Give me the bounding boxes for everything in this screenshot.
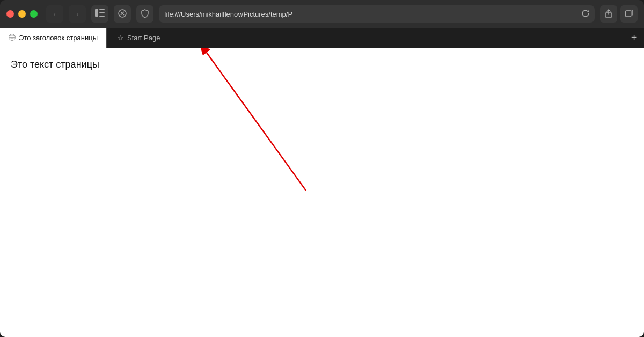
new-tab-button[interactable]: +	[624, 28, 644, 48]
reload-button[interactable]	[582, 10, 589, 19]
sidebar-toggle-button[interactable]	[91, 5, 108, 23]
tab-icon	[9, 34, 16, 42]
shield-icon	[141, 9, 149, 19]
svg-rect-3	[99, 16, 105, 17]
svg-rect-2	[99, 12, 105, 13]
page-body-text: Это текст страницы	[11, 59, 633, 70]
svg-rect-6	[625, 11, 631, 17]
reload-stop-button[interactable]	[114, 5, 131, 23]
address-text: file:///Users/mikhailflenov/Pictures/tem…	[164, 10, 579, 18]
start-tab-label: Start Page	[127, 34, 160, 42]
maximize-button[interactable]	[30, 10, 38, 18]
address-bar[interactable]: file:///Users/mikhailflenov/Pictures/tem…	[159, 5, 595, 23]
new-window-button[interactable]	[620, 5, 638, 23]
tab-bar: Это заголовок страницы ☆ Start Page +	[0, 28, 644, 48]
close-button[interactable]	[6, 10, 14, 18]
share-button[interactable]	[600, 5, 617, 23]
action-buttons	[600, 5, 638, 23]
active-tab[interactable]: Это заголовок страницы	[0, 28, 107, 48]
active-tab-label: Это заголовок страницы	[19, 34, 98, 42]
new-window-icon	[625, 10, 633, 19]
forward-icon: ›	[76, 10, 79, 18]
title-bar: ‹ › file:///Users	[0, 0, 644, 28]
annotation-arrow	[0, 48, 644, 337]
back-button[interactable]: ‹	[46, 5, 63, 23]
back-icon: ‹	[54, 10, 56, 18]
forward-button[interactable]: ›	[69, 5, 86, 23]
svg-rect-1	[99, 9, 105, 10]
sidebar-icon	[95, 9, 105, 19]
start-page-tab[interactable]: ☆ Start Page	[107, 28, 624, 48]
share-icon	[605, 9, 612, 19]
plus-icon: +	[631, 32, 638, 44]
star-icon: ☆	[118, 34, 124, 42]
svg-rect-0	[95, 9, 98, 17]
reload-icon	[582, 10, 589, 19]
privacy-button[interactable]	[136, 5, 153, 23]
minimize-button[interactable]	[18, 10, 26, 18]
traffic-lights	[6, 10, 38, 18]
page-content: Это текст страницы	[0, 48, 644, 337]
svg-line-11	[207, 53, 306, 191]
reload-stop-icon	[118, 9, 127, 19]
